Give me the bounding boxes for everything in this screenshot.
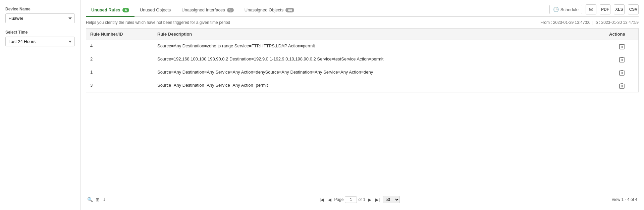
- tab-unused-rules-label: Unused Rules: [91, 7, 120, 12]
- info-row: Helps you identify the rules which have …: [86, 20, 639, 25]
- main-content: Unused Rules 4 Unused Objects Unassigned…: [80, 0, 644, 210]
- svg-rect-0: [620, 45, 624, 49]
- tab-unassigned-objects[interactable]: Unassigned Objects 44: [239, 4, 300, 17]
- svg-rect-8: [620, 71, 624, 75]
- page-size-select[interactable]: 50 10 25 100: [383, 196, 400, 203]
- time-select[interactable]: Last 24 Hours Last 7 Days Last 30 Days C…: [5, 37, 75, 46]
- csv-icon: CSV: [629, 7, 638, 12]
- prev-page-button[interactable]: ◀: [327, 197, 333, 203]
- view-count: View 1 - 4 of 4: [611, 197, 637, 202]
- page-label: Page: [334, 197, 343, 202]
- device-name-label: Device Name: [5, 7, 75, 11]
- search-icon[interactable]: 🔍: [87, 197, 93, 202]
- svg-rect-4: [620, 58, 624, 62]
- rule-number-cell: 2: [86, 53, 153, 66]
- rule-description-cell: Source=Any Destination=Any Service=Any A…: [153, 66, 605, 79]
- tab-unused-objects[interactable]: Unused Objects: [135, 4, 176, 17]
- svg-rect-12: [620, 84, 624, 88]
- rule-number-cell: 1: [86, 66, 153, 79]
- col-rule-description: Rule Description: [153, 29, 605, 40]
- pagination-tools: 🔍 ⊞ ⤓: [87, 197, 106, 202]
- tab-unassigned-interfaces[interactable]: Unassigned Interfaces 5: [176, 4, 239, 17]
- date-range: From : 2023-01-29 13:47:00 | To : 2023-0…: [540, 20, 639, 25]
- tab-unassigned-objects-badge: 44: [285, 8, 294, 12]
- xls-export-button[interactable]: XLS: [614, 4, 625, 14]
- rules-table: Rule Number/ID Rule Description Actions …: [86, 28, 639, 92]
- tabs-left: Unused Rules 4 Unused Objects Unassigned…: [86, 4, 300, 16]
- table-row: 4Source=Any Destination=zoho ip range Se…: [86, 40, 639, 53]
- rule-description-cell: Source=Any Destination=zoho ip range Ser…: [153, 40, 605, 53]
- email-icon: ✉: [589, 6, 593, 12]
- actions-cell: [605, 53, 639, 66]
- tab-unused-rules-badge: 4: [122, 8, 129, 12]
- next-page-button[interactable]: ▶: [367, 197, 373, 203]
- pagination-controls: |◀ ◀ Page of 1 ▶ ▶| 50 10 25 100: [318, 196, 400, 203]
- tab-unassigned-interfaces-badge: 5: [227, 8, 234, 12]
- table-row: 2Source=192.168.100.100,198.90.0.2 Desti…: [86, 53, 639, 66]
- email-export-button[interactable]: ✉: [586, 4, 596, 14]
- tab-unused-objects-label: Unused Objects: [140, 7, 171, 12]
- sidebar: Device Name Huawei Select Time Last 24 H…: [0, 0, 80, 210]
- device-select[interactable]: Huawei: [5, 13, 75, 23]
- xls-icon: XLS: [615, 7, 623, 12]
- select-time-label: Select Time: [5, 30, 75, 35]
- delete-icon[interactable]: [609, 56, 634, 62]
- actions-cell: [605, 40, 639, 53]
- export-icon[interactable]: ⤓: [102, 197, 106, 202]
- toolbar-right: 🕐 Schedule ✉ PDF XLS CSV: [549, 4, 639, 16]
- total-pages: 1: [363, 197, 365, 202]
- of-label: of: [358, 197, 362, 202]
- table-row: 3Source=Any Destination=Any Service=Any …: [86, 79, 639, 92]
- col-rule-number: Rule Number/ID: [86, 29, 153, 40]
- col-actions: Actions: [605, 29, 639, 40]
- schedule-button[interactable]: 🕐 Schedule: [549, 5, 582, 14]
- tab-unused-rules[interactable]: Unused Rules 4: [86, 4, 135, 17]
- tabs-row: Unused Rules 4 Unused Objects Unassigned…: [86, 4, 639, 17]
- table-row: 1Source=Any Destination=Any Service=Any …: [86, 66, 639, 79]
- table-wrapper: Rule Number/ID Rule Description Actions …: [86, 28, 639, 192]
- actions-cell: [605, 79, 639, 92]
- clock-icon: 🕐: [553, 7, 559, 12]
- delete-icon[interactable]: [609, 43, 634, 49]
- rule-description-cell: Source=Any Destination=Any Service=Any A…: [153, 79, 605, 92]
- page-input[interactable]: [345, 196, 357, 203]
- first-page-button[interactable]: |◀: [318, 197, 325, 203]
- rule-number-cell: 3: [86, 79, 153, 92]
- last-page-button[interactable]: ▶|: [374, 197, 381, 203]
- rule-number-cell: 4: [86, 40, 153, 53]
- schedule-label: Schedule: [560, 7, 579, 12]
- help-text: Helps you identify the rules which have …: [86, 20, 230, 25]
- pdf-export-button[interactable]: PDF: [600, 4, 610, 14]
- pdf-icon: PDF: [601, 7, 609, 12]
- actions-cell: [605, 66, 639, 79]
- delete-icon[interactable]: [609, 83, 634, 89]
- tab-unassigned-interfaces-label: Unassigned Interfaces: [181, 7, 225, 12]
- grid-icon[interactable]: ⊞: [96, 197, 100, 202]
- tab-unassigned-objects-label: Unassigned Objects: [245, 7, 283, 12]
- rule-description-cell: Source=192.168.100.100,198.90.0.2 Destin…: [153, 53, 605, 66]
- csv-export-button[interactable]: CSV: [628, 4, 639, 14]
- delete-icon[interactable]: [609, 70, 634, 76]
- pagination-row: 🔍 ⊞ ⤓ |◀ ◀ Page of 1 ▶ ▶| 50 10 25 100 V…: [86, 193, 639, 206]
